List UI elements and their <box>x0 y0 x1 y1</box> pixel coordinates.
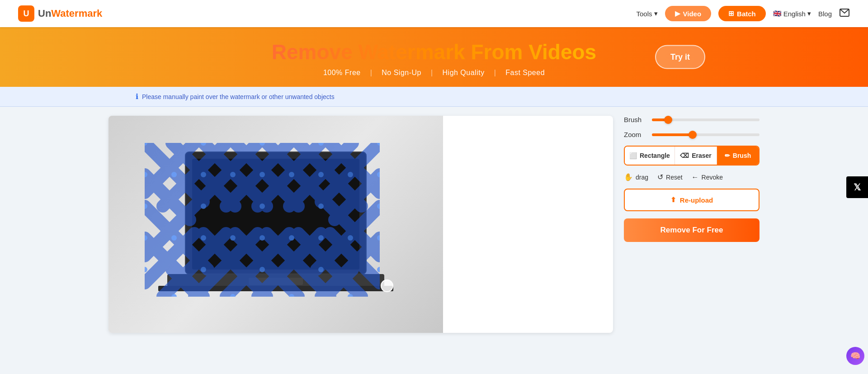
svg-point-47 <box>201 172 206 177</box>
svg-point-48 <box>230 172 236 177</box>
logo-icon: U <box>18 5 34 22</box>
svg-point-55 <box>201 204 206 209</box>
nav-right: Tools ▾ ▶ Video ⊞ Batch 🇬🇧 English ▾ Blo… <box>636 6 850 21</box>
try-button[interactable]: Try it <box>655 45 705 69</box>
revoke-icon: ← <box>692 173 699 181</box>
language-label: English <box>783 10 806 18</box>
info-bar: ℹ Please manually paint over the waterma… <box>0 87 868 107</box>
svg-point-66 <box>348 235 353 241</box>
svg-point-51 <box>318 172 324 177</box>
info-message: Please manually paint over the watermark… <box>142 93 335 100</box>
zoom-slider[interactable] <box>652 133 760 136</box>
brush-tool-label: Brush <box>733 152 751 159</box>
video-label: Video <box>683 10 702 18</box>
rectangle-icon: ⬜ <box>629 152 637 159</box>
tools-menu[interactable]: Tools ▾ <box>636 9 657 18</box>
batch-button[interactable]: ⊞ Batch <box>718 6 766 21</box>
svg-point-52 <box>348 172 353 177</box>
zoom-row: Zoom <box>624 131 760 138</box>
batch-icon: ⊞ <box>728 9 734 18</box>
x-social-button[interactable]: 𝕏 <box>846 176 868 198</box>
logo[interactable]: U UnWatermark <box>18 5 102 22</box>
drag-label: drag <box>636 174 648 181</box>
batch-label: Batch <box>737 10 756 18</box>
main-content: Brush Zoom ⬜ Rectangle ⌫ Eraser <box>0 107 868 351</box>
reset-icon: ↺ <box>657 173 663 181</box>
hero-title: Remove Watermark From Videos <box>18 40 850 64</box>
svg-point-69 <box>201 267 206 272</box>
subtitle-speed: Fast Speed <box>505 69 545 76</box>
tool-buttons-group: ⬜ Rectangle ⌫ Eraser ✏ Brush <box>624 146 760 166</box>
action-row: ✋ drag ↺ Reset ← Revoke <box>624 173 760 181</box>
svg-point-70 <box>259 267 265 272</box>
reupload-button[interactable]: ⬆ Re-upload <box>624 189 760 211</box>
svg-point-60 <box>171 235 177 241</box>
svg-point-49 <box>259 172 265 177</box>
subtitle-quality: High Quality <box>443 69 485 76</box>
zoom-fill <box>652 133 693 136</box>
subtitle-free: 100% Free <box>323 69 361 76</box>
chevron-down-icon: ▾ <box>807 9 811 18</box>
subtitle-nosignup: No Sign-Up <box>382 69 421 76</box>
svg-point-50 <box>289 172 294 177</box>
zoom-label: Zoom <box>624 131 646 138</box>
flag-icon: 🇬🇧 <box>773 9 782 18</box>
brush-icon: ✏ <box>725 152 730 159</box>
video-icon: ▶ <box>675 9 680 18</box>
brush-thumb[interactable] <box>664 116 672 124</box>
svg-point-64 <box>289 235 294 241</box>
canvas-area[interactable] <box>108 116 443 333</box>
tools-label: Tools <box>636 10 652 18</box>
svg-point-65 <box>318 235 324 241</box>
remove-button[interactable]: Remove For Free <box>624 218 760 242</box>
video-button[interactable]: ▶ Video <box>665 6 712 21</box>
svg-point-68 <box>145 267 147 272</box>
svg-point-56 <box>259 204 265 209</box>
language-selector[interactable]: 🇬🇧 English ▾ <box>773 9 811 18</box>
revoke-button[interactable]: ← Revoke <box>692 173 723 181</box>
drag-icon: ✋ <box>624 173 633 181</box>
brush-mask <box>145 143 380 297</box>
zoom-thumb[interactable] <box>689 131 697 139</box>
navbar: U UnWatermark Tools ▾ ▶ Video ⊞ Batch 🇬🇧… <box>0 0 868 27</box>
mail-icon[interactable] <box>839 7 850 20</box>
brush-label: Brush <box>624 116 646 123</box>
upload-icon: ⬆ <box>670 196 676 204</box>
brush-button[interactable]: ✏ Brush <box>717 147 759 165</box>
hero-banner: Remove Watermark From Videos 100% Free |… <box>0 27 868 87</box>
rectangle-button[interactable]: ⬜ Rectangle <box>625 147 675 165</box>
svg-point-71 <box>318 267 324 272</box>
brush-handle[interactable] <box>381 279 393 292</box>
hero-subtitle: 100% Free | No Sign-Up | High Quality | … <box>18 69 850 77</box>
tools-panel: Brush Zoom ⬜ Rectangle ⌫ Eraser <box>624 116 760 242</box>
eraser-button[interactable]: ⌫ Eraser <box>675 147 717 165</box>
svg-point-57 <box>318 204 324 209</box>
svg-point-46 <box>171 172 177 177</box>
chevron-down-icon: ▾ <box>654 9 658 18</box>
logo-text: UnWatermark <box>38 8 102 19</box>
canvas-wrapper[interactable] <box>108 116 613 333</box>
reupload-label: Re-upload <box>680 196 713 204</box>
brush-slider[interactable] <box>652 118 760 121</box>
svg-point-63 <box>259 235 265 241</box>
x-icon: 𝕏 <box>854 182 861 193</box>
blog-link[interactable]: Blog <box>818 10 832 18</box>
eraser-icon: ⌫ <box>680 152 689 159</box>
reset-button[interactable]: ↺ Reset <box>657 173 683 181</box>
info-icon: ℹ <box>136 92 138 101</box>
eraser-label: Eraser <box>692 152 712 159</box>
svg-point-61 <box>201 235 206 241</box>
rectangle-label: Rectangle <box>640 152 670 159</box>
svg-point-72 <box>377 267 380 272</box>
reset-label: Reset <box>666 174 683 181</box>
brush-row: Brush <box>624 116 760 123</box>
svg-point-62 <box>230 235 236 241</box>
drag-button[interactable]: ✋ drag <box>624 173 648 181</box>
revoke-label: Revoke <box>702 174 723 181</box>
